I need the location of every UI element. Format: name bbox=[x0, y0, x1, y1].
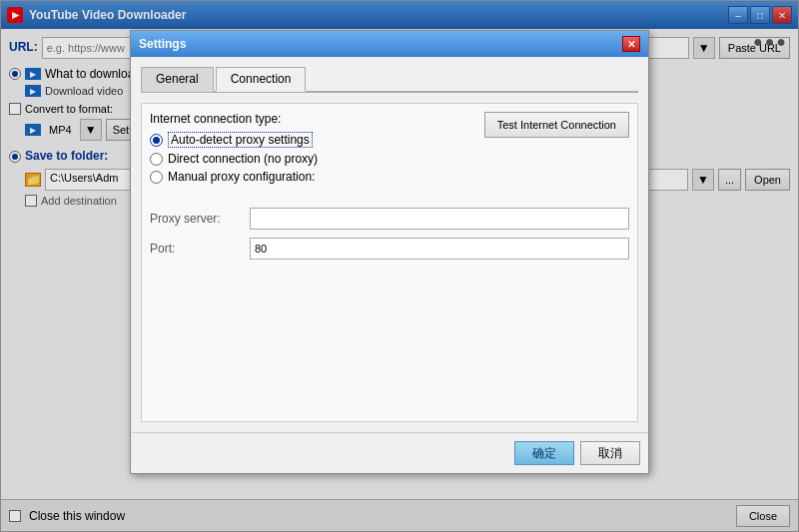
settings-tab-bar: General Connection bbox=[141, 67, 638, 93]
settings-dialog: Settings ✕ General Connection Internet c… bbox=[130, 30, 649, 474]
connection-type-left: Internet connection type: Auto-detect pr… bbox=[150, 112, 318, 188]
radio-direct-option: Direct connection (no proxy) bbox=[150, 152, 318, 166]
dialog-close-button[interactable]: ✕ bbox=[622, 36, 640, 52]
radio-direct[interactable] bbox=[150, 153, 163, 166]
proxy-server-label: Proxy server: bbox=[150, 212, 250, 226]
dialog-title-bar: Settings ✕ bbox=[131, 31, 648, 57]
dialog-cancel-button[interactable]: 取消 bbox=[580, 441, 640, 465]
dialog-title: Settings bbox=[139, 37, 186, 51]
radio-manual[interactable] bbox=[150, 171, 163, 184]
tab-general[interactable]: General bbox=[141, 67, 214, 92]
port-label: Port: bbox=[150, 242, 250, 256]
radio-manual-label: Manual proxy configuration: bbox=[168, 170, 315, 184]
radio-auto-label: Auto-detect proxy settings bbox=[168, 132, 313, 148]
dialog-ok-button[interactable]: 确定 bbox=[514, 441, 574, 465]
radio-manual-option: Manual proxy configuration: bbox=[150, 170, 318, 184]
port-row: Port: bbox=[150, 238, 629, 260]
connection-type-row: Internet connection type: Auto-detect pr… bbox=[150, 112, 629, 188]
radio-auto[interactable] bbox=[150, 134, 163, 147]
radio-direct-label: Direct connection (no proxy) bbox=[168, 152, 318, 166]
proxy-server-input[interactable] bbox=[250, 208, 629, 230]
proxy-server-row: Proxy server: bbox=[150, 208, 629, 230]
connection-type-label: Internet connection type: bbox=[150, 112, 318, 126]
dialog-content: General Connection Internet connection t… bbox=[131, 57, 648, 432]
test-connection-button[interactable]: Test Internet Connection bbox=[484, 112, 629, 138]
dialog-overlay: Settings ✕ General Connection Internet c… bbox=[0, 0, 799, 532]
dialog-body: Internet connection type: Auto-detect pr… bbox=[141, 103, 638, 422]
tab-connection[interactable]: Connection bbox=[216, 67, 307, 92]
radio-auto-option: Auto-detect proxy settings bbox=[150, 132, 318, 148]
dialog-footer: 确定 取消 bbox=[131, 432, 648, 473]
proxy-fields: Proxy server: Port: bbox=[150, 208, 629, 267]
port-input[interactable] bbox=[250, 238, 629, 260]
